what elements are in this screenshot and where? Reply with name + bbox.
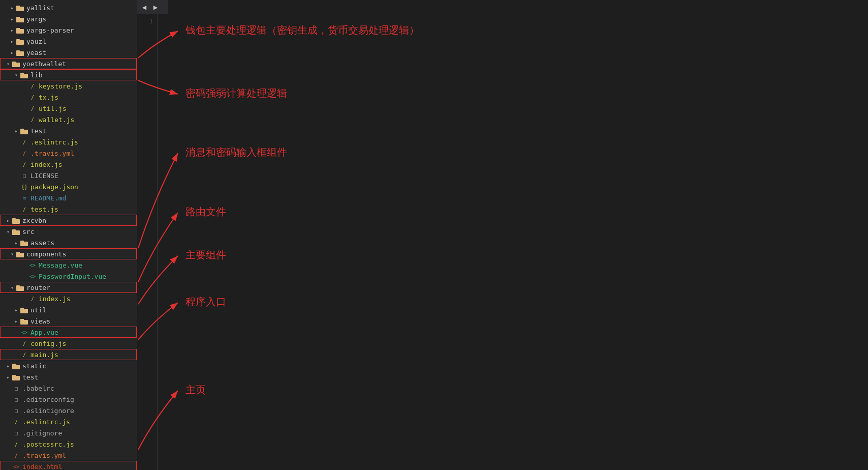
tree-item-App.vue[interactable]: <>App.vue bbox=[0, 327, 137, 338]
tree-label: .editorconfig bbox=[22, 396, 74, 403]
tree-item-travis.yml[interactable]: /.travis.yml bbox=[0, 148, 137, 159]
tree-item-yoethwallet[interactable]: ▾yoethwallet bbox=[0, 58, 137, 69]
file-tree[interactable]: ▸yallist▸yargs▸yargs-parser▸yauzl▸yeast▾… bbox=[0, 0, 137, 470]
tree-item-views[interactable]: ▸views bbox=[0, 315, 137, 327]
tree-item-tx.js[interactable]: /tx.js bbox=[0, 92, 137, 103]
file-icon: / bbox=[20, 352, 28, 358]
file-icon: / bbox=[28, 83, 37, 89]
tree-label: .travis.yml bbox=[22, 452, 66, 459]
tree-item-README.md[interactable]: ≡README.md bbox=[0, 192, 137, 203]
tree-item-editorconfig[interactable]: □.editorconfig bbox=[0, 394, 137, 405]
tree-label: yauzl bbox=[26, 38, 46, 45]
tree-item-test-root[interactable]: ▸test bbox=[0, 371, 137, 383]
tree-label: PasswordInput.vue bbox=[39, 273, 106, 280]
tree-item-yallist[interactable]: ▸yallist bbox=[0, 2, 137, 13]
annotation-text: 主要组件 bbox=[185, 249, 226, 260]
folder-icon bbox=[12, 60, 20, 68]
tree-arrow: ▾ bbox=[8, 251, 16, 257]
tree-label: index.js bbox=[30, 161, 63, 168]
annotation-text: 钱包主要处理逻辑（密钥生成，货币交易处理逻辑） bbox=[185, 24, 419, 36]
tree-label: lib bbox=[30, 71, 42, 79]
tree-item-eslintignore[interactable]: □.eslintignore bbox=[0, 405, 137, 416]
tree-item-yeast[interactable]: ▸yeast bbox=[0, 47, 137, 58]
nav-back-button[interactable]: ◀ bbox=[139, 2, 149, 12]
line-gutter: 1 bbox=[137, 14, 158, 470]
tree-label: .eslintrc.js bbox=[22, 418, 70, 426]
tree-label: index.html bbox=[22, 463, 62, 471]
tree-label: .travis.yml bbox=[30, 150, 74, 157]
tree-item-static[interactable]: ▸static bbox=[0, 360, 137, 371]
file-icon: / bbox=[12, 453, 20, 458]
folder-icon bbox=[12, 362, 20, 370]
tree-item-yargs[interactable]: ▸yargs bbox=[0, 13, 137, 24]
tree-item-components[interactable]: ▾components bbox=[0, 248, 137, 259]
file-icon: / bbox=[20, 207, 28, 212]
tree-label: zxcvbn bbox=[22, 217, 46, 224]
tree-label: util bbox=[30, 306, 46, 314]
tree-item-gitignore[interactable]: □.gitignore bbox=[0, 427, 137, 438]
tree-item-root-eslintrc.js[interactable]: /.eslintrc.js bbox=[0, 416, 137, 427]
tree-item-zxcvbn[interactable]: ▸zxcvbn bbox=[0, 215, 137, 226]
tree-item-assets[interactable]: ▸assets bbox=[0, 237, 137, 248]
file-icon: / bbox=[20, 151, 28, 156]
tree-arrow: ▸ bbox=[8, 39, 16, 44]
tree-arrow: ▸ bbox=[4, 374, 12, 380]
file-icon: ≡ bbox=[20, 195, 28, 201]
tree-item-index.html[interactable]: <>index.html bbox=[0, 461, 137, 470]
svg-rect-1 bbox=[16, 6, 20, 8]
tree-item-config.js[interactable]: /config.js bbox=[0, 338, 137, 349]
tree-label: wallet.js bbox=[39, 116, 74, 124]
tree-item-src[interactable]: ▾src bbox=[0, 226, 137, 237]
tree-label: config.js bbox=[30, 340, 66, 347]
tree-item-babelrc[interactable]: □.babelrc bbox=[0, 383, 137, 394]
tree-item-yargs-parser[interactable]: ▸yargs-parser bbox=[0, 24, 137, 36]
svg-rect-11 bbox=[12, 62, 16, 64]
svg-rect-3 bbox=[16, 17, 20, 19]
tree-label: index.js bbox=[39, 295, 71, 303]
tree-item-Message.vue[interactable]: <>Message.vue bbox=[0, 259, 137, 271]
svg-rect-21 bbox=[20, 241, 24, 243]
navigation-arrows[interactable]: ◀ ▶ bbox=[137, 0, 168, 14]
tree-item-util.js[interactable]: /util.js bbox=[0, 103, 137, 114]
annotation-text: 程序入口 bbox=[185, 296, 226, 307]
tree-item-router-index.js[interactable]: /index.js bbox=[0, 293, 137, 304]
tree-label: .eslintrc.js bbox=[30, 138, 78, 146]
tree-label: src bbox=[22, 228, 34, 236]
tree-label: util.js bbox=[39, 105, 67, 112]
tree-item-test[interactable]: ▸test bbox=[0, 125, 137, 136]
folder-icon bbox=[16, 15, 24, 23]
svg-rect-5 bbox=[16, 28, 20, 30]
tree-item-package.json[interactable]: {}package.json bbox=[0, 181, 137, 192]
file-icon: / bbox=[20, 341, 28, 346]
nav-forward-button[interactable]: ▶ bbox=[150, 2, 161, 12]
tree-label: keystore.js bbox=[39, 82, 82, 90]
folder-icon bbox=[20, 306, 28, 314]
tree-item-lib[interactable]: ▾lib bbox=[0, 69, 137, 80]
tree-label: yargs-parser bbox=[26, 26, 74, 34]
tree-item-router[interactable]: ▾router bbox=[0, 282, 137, 293]
tree-item-travis-root.yml[interactable]: /.travis.yml bbox=[0, 450, 137, 461]
tree-item-index.js[interactable]: /index.js bbox=[0, 159, 137, 170]
file-icon: □ bbox=[12, 386, 20, 391]
svg-rect-27 bbox=[20, 308, 24, 310]
tree-item-LICENSE[interactable]: □LICENSE bbox=[0, 170, 137, 181]
svg-rect-29 bbox=[20, 319, 24, 321]
tree-label: yallist bbox=[26, 4, 54, 12]
tree-item-keystore.js[interactable]: /keystore.js bbox=[0, 80, 137, 92]
tree-label: test bbox=[22, 373, 38, 381]
tree-item-test.js[interactable]: /test.js bbox=[0, 203, 137, 215]
tree-label: yeast bbox=[26, 49, 46, 56]
tree-item-main.js[interactable]: /main.js bbox=[0, 349, 137, 360]
tree-item-wallet.js[interactable]: /wallet.js bbox=[0, 114, 137, 125]
tree-item-eslintrc.js[interactable]: /.eslintrc.js bbox=[0, 136, 137, 148]
tree-item-postcssrc.js[interactable]: /.postcssrc.js bbox=[0, 438, 137, 450]
tree-label: Message.vue bbox=[39, 261, 82, 269]
file-icon: <> bbox=[12, 464, 20, 469]
folder-icon bbox=[12, 227, 20, 236]
file-icon: <> bbox=[28, 262, 37, 268]
tree-item-PasswordInput.vue[interactable]: <>PasswordInput.vue bbox=[0, 271, 137, 282]
tree-item-yauzl[interactable]: ▸yauzl bbox=[0, 36, 137, 47]
svg-rect-33 bbox=[12, 375, 16, 377]
folder-icon bbox=[16, 4, 24, 12]
tree-item-util[interactable]: ▸util bbox=[0, 304, 137, 315]
